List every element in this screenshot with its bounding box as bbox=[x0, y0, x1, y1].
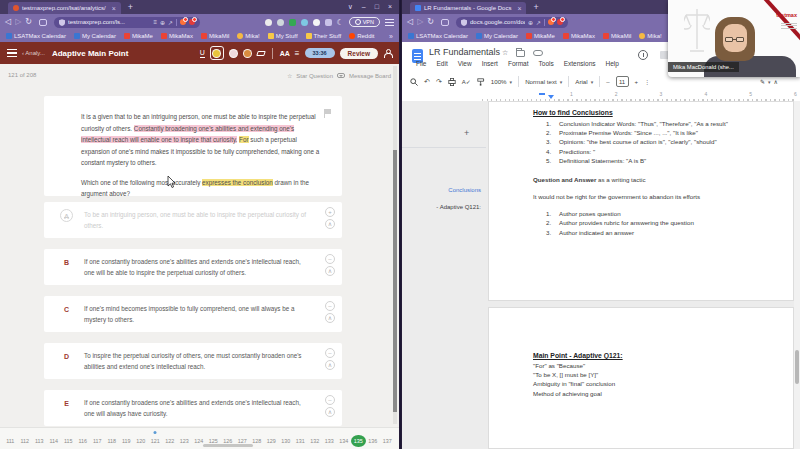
answer-choice[interactable]: D To inspire the perpetual curiosity of … bbox=[44, 343, 342, 379]
paragraph-style-select[interactable]: Normal text▾ bbox=[525, 78, 562, 85]
eliminate-toggle-icon[interactable]: – bbox=[325, 254, 335, 264]
question-number[interactable]: 134 bbox=[337, 435, 352, 447]
font-size-decrease-icon[interactable]: – bbox=[606, 79, 609, 85]
star-icon[interactable]: ☆ bbox=[287, 72, 292, 79]
new-tab-button[interactable]: + bbox=[533, 2, 538, 12]
message-board-icon[interactable] bbox=[337, 73, 345, 78]
zoom-icon[interactable]: ⊕ bbox=[528, 19, 533, 26]
question-number[interactable]: 130 bbox=[279, 435, 294, 447]
answer-choice[interactable]: C If one's mind becomes impossible to fu… bbox=[44, 296, 342, 332]
night-mode-icon[interactable]: ☾ bbox=[337, 18, 344, 27]
question-number[interactable]: 136 bbox=[366, 435, 381, 447]
question-number[interactable]: 133 bbox=[322, 435, 337, 447]
menu-item[interactable]: View bbox=[458, 60, 472, 67]
browser-tab-docs[interactable]: LR Fundamentals - Google Docs × bbox=[410, 2, 526, 14]
zoom-select[interactable]: 100%▾ bbox=[491, 78, 512, 85]
bookmarks-overflow-icon[interactable]: » bbox=[389, 33, 393, 40]
spellcheck-icon[interactable]: A✓ bbox=[462, 78, 471, 85]
account-icon[interactable] bbox=[383, 49, 392, 58]
back-icon[interactable]: ◁ bbox=[5, 14, 11, 30]
eliminate-toggle-icon[interactable]: + bbox=[325, 207, 335, 217]
version-history-icon[interactable] bbox=[638, 50, 648, 60]
answer-choice[interactable]: E If one constantly broadens one's abili… bbox=[44, 390, 342, 426]
bookmark[interactable]: MikaMil bbox=[603, 33, 631, 39]
outline-heading[interactable]: - Adaptive Q121: bbox=[436, 204, 481, 210]
font-size-increase-icon[interactable]: + bbox=[635, 79, 639, 85]
question-number[interactable]: 115 bbox=[61, 435, 76, 447]
question-number[interactable]: 116 bbox=[76, 435, 91, 447]
question-number[interactable]: 123 bbox=[177, 435, 192, 447]
review-button[interactable]: Review bbox=[340, 48, 378, 59]
star-question-label[interactable]: Star Question bbox=[296, 73, 333, 79]
extension-icon[interactable] bbox=[313, 19, 320, 26]
question-number[interactable]: 137 bbox=[380, 435, 395, 447]
extension-icon[interactable] bbox=[289, 19, 296, 26]
docs-scrollbar-track[interactable] bbox=[794, 101, 800, 449]
indent-marker[interactable] bbox=[539, 93, 545, 95]
message-board-label[interactable]: Message Board bbox=[349, 73, 391, 79]
back-icon[interactable]: ◁ bbox=[407, 14, 413, 30]
font-family-select[interactable]: Arial▾ bbox=[575, 78, 593, 85]
question-number[interactable]: 121 bbox=[148, 435, 163, 447]
question-number[interactable]: 118 bbox=[105, 435, 120, 447]
question-number[interactable]: 131 bbox=[293, 435, 308, 447]
scrollbar-thumb[interactable] bbox=[393, 150, 397, 412]
collapse-answer-icon[interactable]: ∧ bbox=[325, 407, 335, 417]
font-size-tool-icon[interactable]: AA bbox=[280, 50, 290, 57]
reload-icon[interactable]: ↻ bbox=[427, 14, 434, 30]
bookmark[interactable]: MikaMe bbox=[124, 33, 153, 39]
extension-icon[interactable] bbox=[265, 19, 272, 26]
bookmark[interactable]: MikaMax bbox=[563, 33, 595, 39]
maximize-icon[interactable]: □ bbox=[375, 3, 379, 11]
collapse-toolbar-icon[interactable]: ∧ bbox=[774, 78, 778, 85]
bookmark[interactable]: LSATMax Calendar bbox=[6, 33, 66, 39]
menu-item[interactable]: Extensions bbox=[564, 60, 596, 67]
question-number[interactable]: 119 bbox=[119, 435, 134, 447]
vpn-button[interactable]: VPN bbox=[349, 17, 380, 27]
collapse-answer-icon[interactable]: ∧ bbox=[325, 266, 335, 276]
share-icon[interactable]: ↗ bbox=[536, 19, 541, 26]
forward-icon[interactable]: ▷ bbox=[15, 14, 21, 30]
font-size-field[interactable]: 11 bbox=[616, 76, 629, 87]
eliminate-toggle-icon[interactable]: – bbox=[325, 301, 335, 311]
dropdown-icon[interactable]: ▾ bbox=[768, 79, 771, 85]
editing-mode-icon[interactable]: ✎ bbox=[760, 78, 765, 85]
new-tab-button[interactable]: + bbox=[128, 2, 133, 12]
answer-choice[interactable]: B If one constantly broadens one's abili… bbox=[44, 249, 342, 285]
question-number[interactable]: 117 bbox=[90, 435, 105, 447]
underline-tool-icon[interactable]: U bbox=[200, 49, 205, 58]
orange-highlighter-icon[interactable] bbox=[243, 49, 252, 58]
share-icon[interactable]: ↗ bbox=[168, 19, 173, 26]
pink-highlighter-icon[interactable] bbox=[229, 49, 238, 58]
collapse-answer-icon[interactable]: ∧ bbox=[325, 219, 335, 229]
question-number[interactable]: 135 bbox=[351, 435, 366, 447]
webcam-overlay[interactable]: testmax Mika MacDonald (she... bbox=[668, 0, 800, 77]
extension-icon[interactable] bbox=[301, 19, 308, 26]
bookmark[interactable]: My Calendar bbox=[476, 33, 518, 39]
menu-item[interactable]: Tools bbox=[539, 60, 554, 67]
reload-icon[interactable]: ↻ bbox=[25, 14, 32, 30]
address-bar[interactable]: docs.google.com/docum... ⊕ ↗ bbox=[456, 17, 568, 28]
highlighter-selected[interactable] bbox=[210, 46, 224, 60]
menu-item[interactable]: Format bbox=[508, 60, 529, 67]
document-page-2[interactable]: Main Point - Adaptive Q121: "For" as "Be… bbox=[488, 307, 794, 449]
bookmark[interactable]: My Stuff bbox=[268, 33, 298, 39]
tab-close-icon[interactable]: × bbox=[112, 5, 116, 12]
extension-flame-icon[interactable] bbox=[189, 19, 195, 25]
bookmark[interactable]: LSATMax Calendar bbox=[408, 33, 468, 39]
redo-icon[interactable]: ↷ bbox=[436, 78, 442, 86]
question-number[interactable]: 132 bbox=[308, 435, 323, 447]
bookmark[interactable]: MikaMax bbox=[161, 33, 193, 39]
question-number[interactable]: 111 bbox=[3, 435, 18, 447]
tab-list-icon[interactable]: ∨ bbox=[348, 3, 353, 11]
browser-tab-testmax[interactable]: testmaxprep.com/lsat/analytics/ × bbox=[8, 2, 121, 14]
menu-item[interactable]: Insert bbox=[482, 60, 498, 67]
docs-scrollbar-thumb[interactable] bbox=[795, 350, 799, 384]
eraser-icon[interactable] bbox=[256, 51, 266, 56]
menu-item[interactable]: Edit bbox=[436, 60, 447, 67]
extension-flame-icon[interactable] bbox=[557, 19, 563, 25]
extension-fox-icon[interactable] bbox=[180, 19, 186, 25]
flag-icon[interactable] bbox=[325, 109, 331, 114]
app-menu-icon[interactable] bbox=[7, 49, 17, 57]
menu-item[interactable]: File bbox=[416, 60, 426, 67]
